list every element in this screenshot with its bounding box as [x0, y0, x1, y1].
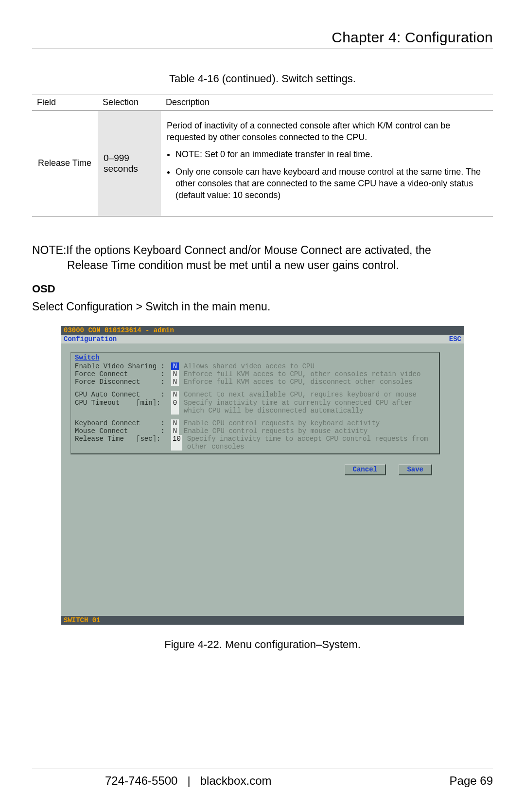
osd-field-desc: Enable CPU control requests by keyboard … [184, 419, 435, 427]
osd-field-value[interactable]: N [171, 419, 179, 427]
note-paragraph: NOTE:If the options Keyboard Connect and… [32, 243, 493, 273]
osd-field-desc: Specify inactivity time at currently con… [184, 399, 435, 415]
table-caption: Table 4-16 (continued). Switch settings. [32, 72, 493, 85]
page-footer: 724-746-5500 | blackbox.com Page 69 [32, 769, 493, 788]
footer-sep: | [187, 774, 190, 787]
switch-settings-table: Field Selection Description Release Time… [32, 94, 493, 217]
desc-intro: Period of inactivity of a connected cons… [167, 121, 450, 142]
osd-row-cpu-auto-connect: CPU Auto Connect :NConnect to next avail… [75, 391, 435, 398]
osd-field-label: CPU Timeout [min]: [75, 399, 171, 415]
osd-instruction: Select Configuration > Switch in the mai… [32, 300, 493, 313]
osd-titlebar: 03000 CON_010123614 - admin [61, 326, 464, 335]
th-field: Field [32, 94, 98, 111]
osd-field-desc: Allows shared video acces to CPU [184, 362, 435, 370]
osd-row-video-sharing: Enable Video Sharing :NAllows shared vid… [75, 362, 435, 370]
footer-page: Page 69 [450, 774, 493, 788]
table-row: Release Time 0–999 seconds Period of ina… [32, 111, 493, 217]
osd-screenshot: 03000 CON_010123614 - admin Configuratio… [61, 326, 464, 625]
osd-esc-button[interactable]: ESC [449, 335, 461, 343]
osd-field-value[interactable]: N [171, 370, 179, 378]
th-description: Description [161, 94, 493, 111]
osd-field-label: Mouse Connect : [75, 427, 171, 435]
desc-bullet: Only one console can have keyboard and m… [175, 166, 487, 201]
osd-field-value[interactable]: N [171, 391, 179, 398]
chapter-title: Chapter 4: Configuration [32, 29, 493, 49]
note-line2: Release Time condition must be met until… [32, 258, 493, 273]
save-button[interactable]: Save [399, 464, 432, 475]
osd-row-keyboard-connect: Keyboard Connect :NEnable CPU control re… [75, 419, 435, 427]
osd-field-value[interactable]: 0 [171, 399, 179, 415]
osd-field-label: Force Disconnect : [75, 378, 171, 386]
osd-row-cpu-timeout: CPU Timeout [min]:0Specify inactivity ti… [75, 399, 435, 415]
desc-bullet: NOTE: Set 0 for an immediate transfer in… [175, 148, 487, 160]
note-line1: If the options Keyboard Connect and/or M… [66, 244, 431, 256]
osd-field-label: Keyboard Connect : [75, 419, 171, 427]
th-selection: Selection [98, 94, 161, 111]
osd-field-label: Force Connect : [75, 370, 171, 378]
cell-selection: 0–999 seconds [98, 111, 161, 217]
osd-heading: OSD [32, 283, 493, 295]
osd-field-label: Release Time [sec]: [75, 435, 171, 451]
osd-field-desc: Connect to next available CPU, requires … [184, 391, 435, 398]
osd-field-desc: Specify inactivity time to accept CPU co… [187, 435, 435, 451]
cancel-button[interactable]: Cancel [345, 464, 386, 475]
osd-row-force-connect: Force Connect :NEnforce full KVM acces t… [75, 370, 435, 378]
osd-switch-panel: Switch Enable Video Sharing :NAllows sha… [70, 352, 440, 454]
footer-site: blackbox.com [200, 774, 272, 787]
osd-field-value[interactable]: N [171, 362, 179, 370]
osd-field-label: CPU Auto Connect : [75, 391, 171, 398]
osd-menu-config[interactable]: Configuration [64, 335, 117, 343]
osd-field-desc: Enforce full KVM acces to CPU, other con… [184, 370, 435, 378]
osd-row-release-time: Release Time [sec]:10Specify inactivity … [75, 435, 435, 451]
osd-field-label: Enable Video Sharing : [75, 362, 171, 370]
osd-field-value[interactable]: N [171, 427, 179, 435]
osd-field-value[interactable]: N [171, 378, 179, 386]
osd-row-force-disconnect: Force Disconnect :NEnforce full KVM acce… [75, 378, 435, 386]
note-label: NOTE: [32, 244, 66, 256]
osd-field-desc: Enforce full KVM acces to CPU, disconnec… [184, 378, 435, 386]
footer-phone: 724-746-5500 [105, 774, 177, 787]
osd-field-value[interactable]: 10 [171, 435, 182, 451]
osd-panel-title: Switch [71, 353, 103, 361]
osd-menubar: Configuration ESC [61, 335, 464, 343]
osd-statusbar: SWITCH 01 [61, 616, 464, 625]
osd-field-desc: Enable CPU control requests by mouse act… [184, 427, 435, 435]
osd-row-mouse-connect: Mouse Connect :NEnable CPU control reque… [75, 427, 435, 435]
cell-field: Release Time [32, 111, 98, 217]
figure-caption: Figure 4-22. Menu configuration–System. [32, 638, 493, 651]
cell-description: Period of inactivity of a connected cons… [161, 111, 493, 217]
